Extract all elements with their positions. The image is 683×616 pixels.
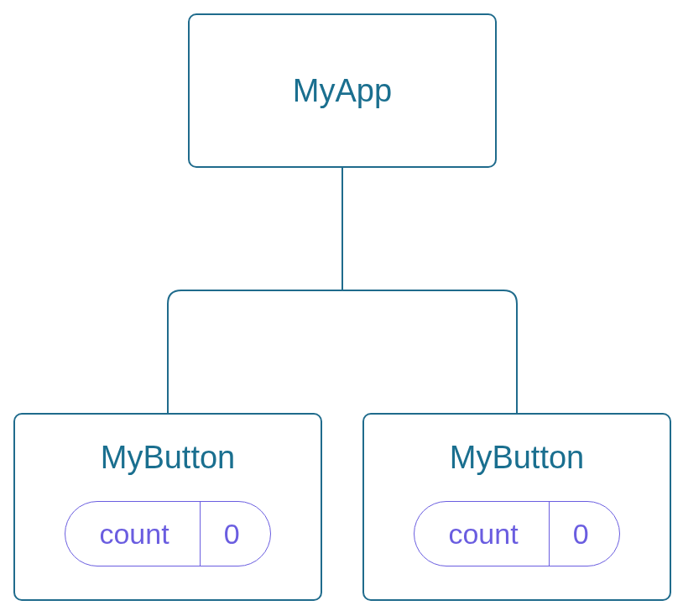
child-node-left: MyButton count 0 bbox=[13, 413, 322, 601]
state-pill: count 0 bbox=[65, 501, 270, 566]
child-node-title: MyButton bbox=[450, 440, 585, 476]
state-value: 0 bbox=[549, 502, 619, 566]
state-label: count bbox=[65, 502, 199, 566]
root-node-title: MyApp bbox=[293, 73, 392, 109]
child-node-right: MyButton count 0 bbox=[362, 413, 671, 601]
child-node-title: MyButton bbox=[101, 440, 236, 476]
state-value: 0 bbox=[200, 502, 270, 566]
state-label: count bbox=[414, 502, 548, 566]
root-node: MyApp bbox=[188, 13, 497, 168]
state-pill: count 0 bbox=[414, 501, 619, 566]
